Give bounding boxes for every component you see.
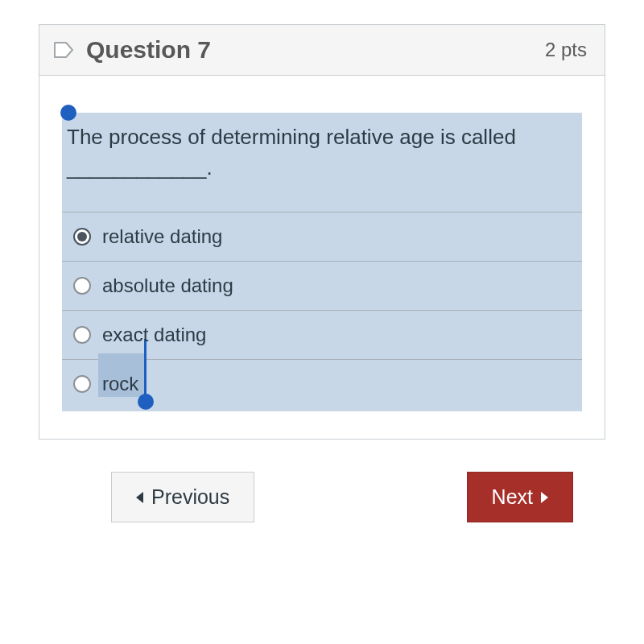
question-points: 2 pts <box>545 39 587 61</box>
previous-button[interactable]: Previous <box>111 472 254 522</box>
selection-caret <box>144 339 147 400</box>
option-exact-dating[interactable]: exact dating <box>62 311 582 360</box>
question-text: The process of determining relative age … <box>62 113 582 212</box>
question-card: Question 7 2 pts The process of determin… <box>39 24 605 440</box>
option-absolute-dating[interactable]: absolute dating <box>62 262 582 311</box>
nav-buttons: Previous Next <box>39 440 605 522</box>
next-button[interactable]: Next <box>467 472 573 522</box>
triangle-right-icon <box>541 492 548 503</box>
question-header: Question 7 2 pts <box>39 25 605 76</box>
header-left: Question 7 <box>52 36 211 64</box>
triangle-left-icon <box>136 492 143 503</box>
question-title: Question 7 <box>86 36 211 64</box>
option-label: relative dating <box>102 225 222 248</box>
next-label: Next <box>492 485 533 509</box>
bookmark-tag-icon <box>52 39 75 61</box>
option-label: absolute dating <box>102 275 233 297</box>
radio-icon <box>73 375 91 393</box>
radio-icon <box>73 326 91 344</box>
selection-highlight: The process of determining relative age … <box>62 113 582 411</box>
question-body: The process of determining relative age … <box>39 76 605 439</box>
radio-icon <box>73 228 91 246</box>
option-relative-dating[interactable]: relative dating <box>62 213 582 262</box>
selection-handle-start[interactable] <box>60 105 76 121</box>
option-label: exact dating <box>102 324 206 346</box>
radio-icon <box>73 277 91 295</box>
previous-label: Previous <box>151 485 229 509</box>
option-label: rock <box>102 373 138 395</box>
